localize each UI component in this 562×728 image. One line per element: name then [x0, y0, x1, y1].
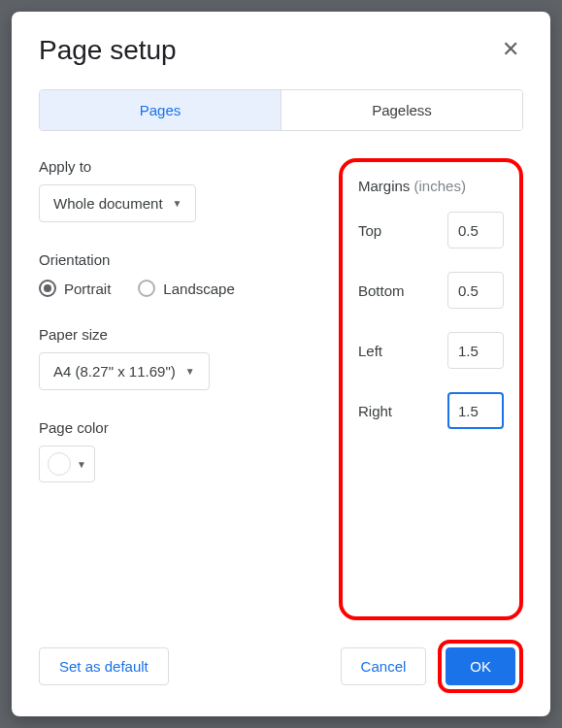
radio-unchecked-icon: [138, 280, 155, 297]
margin-right-input[interactable]: [447, 392, 504, 429]
margin-left-label: Left: [358, 343, 382, 359]
margin-bottom-label: Bottom: [358, 282, 405, 299]
orientation-options: Portrait Landscape: [39, 280, 339, 297]
apply-to-value: Whole document: [53, 195, 163, 212]
page-color-select[interactable]: ▼: [39, 446, 95, 482]
paper-size-select[interactable]: A4 (8.27" x 11.69") ▼: [39, 352, 210, 390]
paper-size-section: Paper size A4 (8.27" x 11.69") ▼: [39, 326, 339, 390]
margins-unit: (inches): [414, 178, 466, 194]
portrait-label: Portrait: [64, 281, 111, 297]
close-icon: ✕: [502, 37, 519, 61]
margin-right-label: Right: [358, 403, 392, 419]
caret-down-icon: ▼: [185, 366, 195, 377]
paper-size-label: Paper size: [39, 326, 339, 343]
color-swatch-icon: [48, 452, 71, 476]
margins-label: Margins: [358, 178, 410, 194]
radio-checked-icon: [39, 280, 56, 297]
radio-portrait[interactable]: Portrait: [39, 280, 111, 297]
margin-top-row: Top: [358, 212, 504, 248]
apply-to-select[interactable]: Whole document ▼: [39, 184, 196, 222]
paper-size-value: A4 (8.27" x 11.69"): [53, 363, 176, 380]
margin-top-input[interactable]: [447, 212, 504, 248]
page-color-section: Page color ▼: [39, 419, 339, 482]
dialog-footer: Set as default Cancel OK: [39, 640, 523, 693]
margin-bottom-row: Bottom: [358, 272, 504, 309]
margin-right-row: Right: [358, 392, 504, 429]
radio-landscape[interactable]: Landscape: [138, 280, 234, 297]
dialog-body: Apply to Whole document ▼ Orientation Po…: [39, 158, 523, 620]
left-column: Apply to Whole document ▼ Orientation Po…: [39, 158, 339, 620]
dialog-header: Page setup ✕: [39, 35, 523, 66]
footer-right: Cancel OK: [341, 640, 523, 693]
ok-highlight: OK: [438, 640, 523, 693]
tab-pageless[interactable]: Pageless: [281, 90, 522, 130]
margin-top-label: Top: [358, 222, 381, 239]
apply-to-section: Apply to Whole document ▼: [39, 158, 339, 222]
margins-section: Margins (inches) Top Bottom Left Right: [339, 158, 523, 620]
margin-bottom-input[interactable]: [447, 272, 504, 309]
page-color-label: Page color: [39, 419, 339, 436]
orientation-section: Orientation Portrait Landscape: [39, 251, 339, 297]
apply-to-label: Apply to: [39, 158, 339, 175]
caret-down-icon: ▼: [77, 459, 86, 470]
close-button[interactable]: ✕: [498, 35, 523, 64]
margin-left-row: Left: [358, 332, 504, 369]
orientation-label: Orientation: [39, 251, 339, 268]
tab-pages[interactable]: Pages: [40, 90, 281, 130]
dialog-title: Page setup: [39, 35, 177, 66]
margins-title: Margins (inches): [358, 178, 504, 194]
cancel-button[interactable]: Cancel: [341, 647, 427, 685]
tabs: Pages Pageless: [39, 89, 523, 131]
caret-down-icon: ▼: [173, 198, 182, 209]
page-setup-dialog: Page setup ✕ Pages Pageless Apply to Who…: [12, 12, 550, 716]
margin-left-input[interactable]: [447, 332, 504, 369]
landscape-label: Landscape: [163, 281, 234, 297]
ok-button[interactable]: OK: [446, 647, 515, 685]
set-default-button[interactable]: Set as default: [39, 647, 169, 685]
